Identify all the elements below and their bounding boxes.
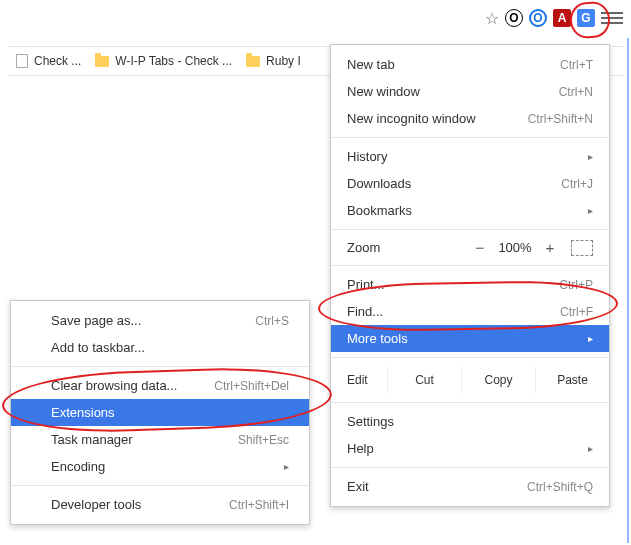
extension-icon-pdf[interactable]: A [553, 9, 571, 27]
bookmark-item[interactable]: Ruby I [246, 54, 301, 68]
menu-separator [331, 402, 609, 403]
chevron-right-icon: ▸ [588, 333, 593, 344]
hamburger-menu-icon[interactable] [601, 7, 623, 29]
extension-icon-google[interactable]: G [577, 9, 595, 27]
submenu-item-extensions[interactable]: Extensions [11, 399, 309, 426]
browser-toolbar: ☆ O O A G [485, 0, 623, 36]
paste-button[interactable]: Paste [535, 367, 609, 393]
edit-label: Edit [331, 367, 387, 393]
chevron-right-icon: ▸ [588, 443, 593, 454]
zoom-out-button[interactable]: − [467, 239, 493, 256]
folder-icon [246, 56, 260, 67]
menu-item-new-tab[interactable]: New tabCtrl+T [331, 51, 609, 78]
bookmark-item[interactable]: W-I-P Tabs - Check ... [95, 54, 232, 68]
copy-button[interactable]: Copy [461, 367, 535, 393]
menu-separator [331, 265, 609, 266]
bookmark-label: Ruby I [266, 54, 301, 68]
submenu-item-add-to-taskbar[interactable]: Add to taskbar... [11, 334, 309, 361]
menu-separator [331, 467, 609, 468]
bookmark-item[interactable]: Check ... [16, 54, 81, 68]
menu-item-incognito[interactable]: New incognito windowCtrl+Shift+N [331, 105, 609, 132]
chrome-main-menu: New tabCtrl+T New windowCtrl+N New incog… [330, 44, 610, 507]
menu-item-help[interactable]: Help▸ [331, 435, 609, 462]
menu-separator [331, 357, 609, 358]
cut-button[interactable]: Cut [387, 367, 461, 393]
chevron-right-icon: ▸ [588, 151, 593, 162]
bookmark-label: W-I-P Tabs - Check ... [115, 54, 232, 68]
submenu-item-save-page-as[interactable]: Save page as...Ctrl+S [11, 307, 309, 334]
menu-item-new-window[interactable]: New windowCtrl+N [331, 78, 609, 105]
chevron-right-icon: ▸ [588, 205, 593, 216]
fullscreen-icon[interactable] [571, 240, 593, 256]
zoom-label: Zoom [347, 240, 380, 255]
zoom-percent: 100% [493, 240, 537, 255]
menu-item-settings[interactable]: Settings [331, 408, 609, 435]
more-tools-submenu: Save page as...Ctrl+S Add to taskbar... … [10, 300, 310, 525]
menu-item-find[interactable]: Find...Ctrl+F [331, 298, 609, 325]
submenu-item-developer-tools[interactable]: Developer toolsCtrl+Shift+I [11, 491, 309, 518]
menu-item-print[interactable]: Print...Ctrl+P [331, 271, 609, 298]
menu-item-zoom: Zoom − 100% + [331, 235, 609, 260]
zoom-in-button[interactable]: + [537, 239, 563, 256]
menu-separator [331, 229, 609, 230]
menu-separator [11, 366, 309, 367]
menu-item-edit-row: Edit Cut Copy Paste [331, 363, 609, 397]
folder-icon [95, 56, 109, 67]
menu-separator [11, 485, 309, 486]
submenu-item-clear-browsing-data[interactable]: Clear browsing data...Ctrl+Shift+Del [11, 372, 309, 399]
menu-item-history[interactable]: History▸ [331, 143, 609, 170]
submenu-item-task-manager[interactable]: Task managerShift+Esc [11, 426, 309, 453]
menu-item-downloads[interactable]: DownloadsCtrl+J [331, 170, 609, 197]
extension-icon-1[interactable]: O [505, 9, 523, 27]
submenu-item-encoding[interactable]: Encoding▸ [11, 453, 309, 480]
menu-item-more-tools[interactable]: More tools▸ [331, 325, 609, 352]
menu-separator [331, 137, 609, 138]
window-right-edge [623, 38, 629, 543]
bookmark-star-icon[interactable]: ☆ [485, 9, 499, 28]
bookmark-label: Check ... [34, 54, 81, 68]
extension-icon-2[interactable]: O [529, 9, 547, 27]
menu-item-bookmarks[interactable]: Bookmarks▸ [331, 197, 609, 224]
chevron-right-icon: ▸ [284, 461, 289, 472]
menu-item-exit[interactable]: ExitCtrl+Shift+Q [331, 473, 609, 500]
page-icon [16, 54, 28, 68]
